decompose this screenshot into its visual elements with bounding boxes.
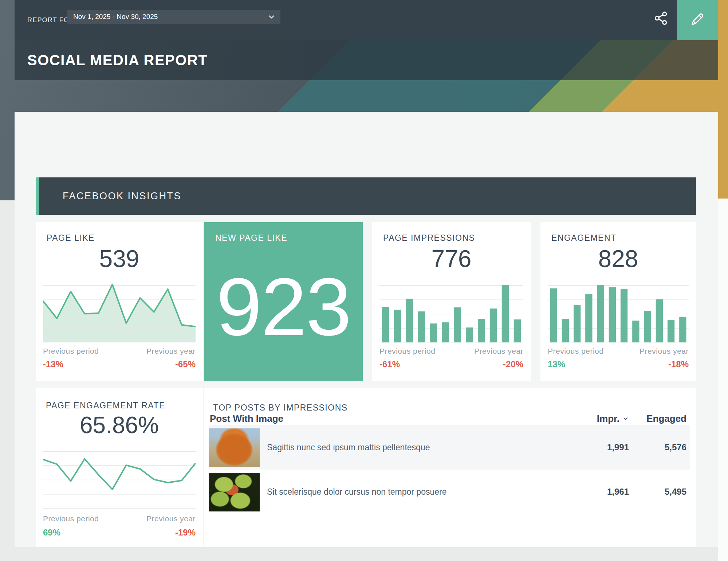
prev-year-label: Previous year xyxy=(146,347,196,356)
section-title: FACEBOOK INSIGHTS xyxy=(63,177,181,215)
prev-period-change: 69% xyxy=(43,527,60,538)
page-engagement-rate-card: PAGE ENGAGEMENT RATE 65.86% Previous per… xyxy=(36,388,203,547)
date-range-value: Nov 1, 2025 - Nov 30, 2025 xyxy=(73,10,158,24)
prev-year-label: Previous year xyxy=(640,347,689,356)
page-like-area-chart xyxy=(43,271,196,342)
post-impressions-value: 1,961 xyxy=(607,470,629,514)
prev-year-change: -19% xyxy=(175,527,196,538)
sort-chevron-down-icon xyxy=(622,413,629,424)
top-posts-title: TOP POSTS BY IMPRESSIONS xyxy=(213,403,348,413)
chevron-down-icon xyxy=(268,13,275,21)
prev-year-change: -18% xyxy=(668,359,689,369)
title-band: SOCIAL MEDIA REPORT xyxy=(15,40,718,80)
page-impressions-bar-chart xyxy=(379,271,523,342)
prev-year-label: Previous year xyxy=(146,514,196,523)
date-range-dropdown[interactable]: Nov 1, 2025 - Nov 30, 2025 xyxy=(67,10,280,24)
page-impressions-title: PAGE IMPRESSIONS xyxy=(383,233,475,243)
page-like-title: PAGE LIKE xyxy=(47,233,95,243)
report-content: FACEBOOK INSIGHTS PAGE LIKE 539 Previous… xyxy=(15,112,718,547)
top-bar: REPORT FOR Nov 1, 2025 - Nov 30, 2025 xyxy=(15,0,677,40)
prev-period-change: 13% xyxy=(548,359,565,369)
engagement-title: ENGAGEMENT xyxy=(551,233,617,243)
share-icon xyxy=(653,21,669,27)
engagement-value: 828 xyxy=(540,245,696,272)
prev-year-change: -20% xyxy=(503,359,523,369)
page-like-card: PAGE LIKE 539 Previous period Previous y… xyxy=(36,222,203,381)
page-engagement-rate-value: 65.86% xyxy=(36,412,203,439)
social-media-report-page: REPORT FOR Nov 1, 2025 - Nov 30, 2025 xyxy=(0,0,728,561)
post-thumbnail-autumn-tree xyxy=(209,428,260,467)
prev-period-label: Previous period xyxy=(548,347,603,356)
prev-year-label: Previous year xyxy=(474,347,523,356)
engagement-card: ENGAGEMENT 828 Previous period Previous … xyxy=(540,222,696,381)
prev-period-label: Previous period xyxy=(379,347,435,356)
post-text: Sagittis nunc sed ipsum mattis pellentes… xyxy=(267,425,430,470)
page-title: SOCIAL MEDIA REPORT xyxy=(27,40,208,80)
pencil-icon xyxy=(689,11,706,29)
post-row-1[interactable]: Sagittis nunc sed ipsum mattis pellentes… xyxy=(209,425,690,470)
post-engaged-value: 5,576 xyxy=(665,425,686,470)
post-row-2[interactable]: Sit scelerisque dolor cursus non tempor … xyxy=(209,470,690,514)
column-header-engaged: Engaged xyxy=(646,413,686,424)
post-thumbnail-green-leaves xyxy=(209,473,260,511)
column-header-impressions-label: Impr. xyxy=(597,413,619,424)
section-accent-strip xyxy=(36,177,39,215)
post-impressions-value: 1,991 xyxy=(607,425,629,470)
column-header-impressions-sort[interactable]: Impr. xyxy=(597,413,629,424)
prev-period-change: -61% xyxy=(379,359,400,369)
column-header-post: Post With Image xyxy=(210,413,283,424)
top-posts-card: TOP POSTS BY IMPRESSIONS Post With Image… xyxy=(204,388,696,547)
page-impressions-value: 776 xyxy=(372,245,531,272)
facebook-insights-section-bar: FACEBOOK INSIGHTS xyxy=(36,177,696,215)
post-engaged-value: 5,495 xyxy=(665,470,686,514)
post-text: Sit scelerisque dolor cursus non tempor … xyxy=(267,470,446,514)
page-engagement-rate-line-chart xyxy=(43,451,196,509)
page-impressions-card: PAGE IMPRESSIONS 776 Previous period Pre… xyxy=(372,222,531,381)
prev-period-change: -13% xyxy=(43,359,63,369)
prev-period-label: Previous period xyxy=(43,347,99,356)
share-button[interactable] xyxy=(653,10,669,26)
page-like-value: 539 xyxy=(36,245,203,272)
engagement-bar-chart xyxy=(548,271,689,342)
edit-report-button[interactable] xyxy=(677,0,718,40)
prev-period-label: Previous period xyxy=(43,514,99,523)
new-page-like-value: 923 xyxy=(204,222,363,381)
new-page-like-card: NEW PAGE LIKE 923 xyxy=(204,222,363,381)
prev-year-change: -65% xyxy=(175,359,196,369)
right-edge-panel xyxy=(718,199,728,561)
page-engagement-rate-title: PAGE ENGAGEMENT RATE xyxy=(46,401,165,411)
